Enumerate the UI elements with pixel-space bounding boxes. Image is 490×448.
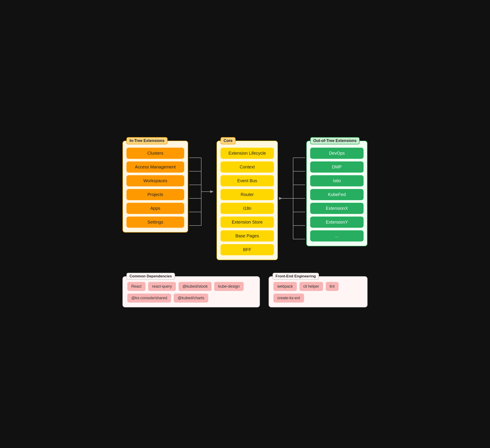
fe-lint: lint <box>326 282 339 291</box>
in-tree-item-settings: Settings <box>126 217 184 228</box>
core-item-lifecycle: Extension Lifecycle <box>220 148 274 159</box>
architecture-diagram: In-Tree Extensions Clusters Access Manag… <box>122 141 368 307</box>
out-tree-item-extensiony: ExtensionY <box>310 217 364 228</box>
in-tree-title: In-Tree Extensions <box>126 137 167 144</box>
out-tree-item-devops: DevOps <box>310 148 364 159</box>
left-connectors <box>189 149 215 263</box>
core-item-context: Context <box>220 161 274 173</box>
fe-webpack: webpack <box>273 282 297 291</box>
in-tree-item-apps: Apps <box>126 203 184 214</box>
common-deps-title: Common Dependencies <box>126 273 175 280</box>
in-tree-item-clusters: Clusters <box>126 148 184 159</box>
dep-kubed-stook: @kubed/stook <box>178 282 211 291</box>
out-tree-item-extensionx: ExtensionX <box>310 203 364 214</box>
dep-kube-design: kube-design <box>214 282 244 291</box>
in-tree-item-access: Access Management <box>126 161 184 173</box>
right-connectors <box>279 149 305 263</box>
dep-react: React <box>127 282 145 291</box>
core-item-i18n: i18n <box>220 203 274 214</box>
out-tree-container: Out-of-Tree Extensions DevOps DMP Istio … <box>306 141 368 246</box>
core-container: Core Extension Lifecycle Context Event B… <box>217 141 278 260</box>
fe-create-ks-ext: create-ks-ext <box>273 294 304 303</box>
common-deps-tags: React react-query @kubed/stook kube-desi… <box>127 282 255 303</box>
in-tree-item-workspaces: Workspaces <box>126 175 184 186</box>
dep-kubed-charts: @kubed/charts <box>174 294 208 303</box>
out-tree-item-kubefed: KubeFed <box>310 189 364 200</box>
out-tree-item-istio: Istio <box>310 175 364 186</box>
top-section: In-Tree Extensions Clusters Access Manag… <box>122 141 368 263</box>
dep-ks-console-shared: @ks-console/shared <box>127 294 171 303</box>
frontend-title: Front-End Engineering <box>272 273 319 280</box>
in-tree-item-projects: Projects <box>126 189 184 200</box>
dep-react-query: react-query <box>148 282 176 291</box>
core-title: Core <box>220 137 236 144</box>
common-deps-box: Common Dependencies React react-query @k… <box>122 276 260 307</box>
core-item-basepages: Base Pages <box>220 230 274 241</box>
in-tree-container: In-Tree Extensions Clusters Access Manag… <box>122 141 188 233</box>
bottom-section: Common Dependencies React react-query @k… <box>122 276 368 307</box>
fe-cli-helper: cli helper <box>299 282 323 291</box>
core-item-eventbus: Event Bus <box>220 175 274 186</box>
frontend-tags: webpack cli helper lint create-ks-ext <box>273 282 363 303</box>
frontend-box: Front-End Engineering webpack cli helper… <box>269 276 368 307</box>
core-item-extstore: Extension Store <box>220 217 274 228</box>
core-item-router: Router <box>220 189 274 200</box>
core-item-bff: BFF <box>220 244 274 255</box>
out-tree-item-more: ... <box>310 230 364 241</box>
out-tree-item-dmp: DMP <box>310 161 364 173</box>
out-tree-title: Out-of-Tree Extensions <box>310 137 360 144</box>
